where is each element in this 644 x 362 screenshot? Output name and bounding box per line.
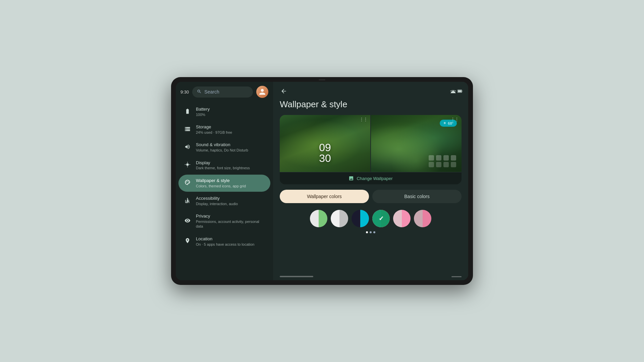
battery-title: Battery (196, 107, 210, 112)
wallpaper-1-menu[interactable]: ⋮⋮ (360, 117, 368, 122)
sidebar-item-privacy[interactable]: Privacy Permissions, account activity, p… (178, 210, 270, 232)
location-icon (184, 238, 191, 245)
sound-subtitle: Volume, haptics, Do Not Disturb (196, 148, 248, 153)
display-content: Display Dark theme, font size, brightnes… (196, 160, 250, 171)
sidebar-item-accessibility[interactable]: Accessibility Display, interaction, audi… (178, 192, 270, 209)
storage-icon (184, 126, 191, 133)
display-icon (184, 162, 191, 169)
page-title: Wallpaper & style (280, 99, 462, 110)
pagination-dot-3 (373, 231, 375, 233)
color-swatch-peach[interactable] (372, 210, 390, 227)
accessibility-content: Accessibility Display, interaction, audi… (196, 196, 238, 206)
accessibility-title: Accessibility (196, 196, 238, 201)
tablet-wallpaper-preview: ☀68° (370, 115, 462, 172)
svg-point-3 (189, 182, 189, 183)
wallpaper-background-1: 09 30 (280, 115, 370, 172)
sound-content: Sound & vibration Volume, haptics, Do No… (196, 142, 248, 153)
change-wallpaper-button[interactable]: Change Wallpaper (280, 172, 462, 184)
display-subtitle: Dark theme, font size, brightness (196, 166, 250, 170)
tablet-screen: 9:30 Search Batte (176, 82, 468, 280)
svg-rect-6 (458, 90, 461, 92)
storage-content: Storage 24% used · 97GB free (196, 124, 232, 135)
sidebar-item-wallpaper[interactable]: Wallpaper & style Colors, themed icons, … (178, 175, 270, 192)
storage-subtitle: 24% used · 97GB free (196, 130, 232, 135)
search-icon (197, 89, 202, 95)
wallpaper-title: Wallpaper & style (196, 178, 246, 184)
color-swatch-green[interactable] (310, 210, 327, 227)
privacy-subtitle: Permissions, account activity, personal … (196, 219, 265, 229)
color-swatch-rose[interactable] (414, 210, 431, 227)
status-time: 9:30 (180, 89, 189, 95)
app-icons-grid (429, 155, 457, 167)
accessibility-icon (184, 197, 191, 205)
privacy-icon (184, 218, 191, 225)
back-button[interactable] (278, 86, 289, 97)
color-swatch-pink[interactable] (393, 210, 411, 227)
user-avatar[interactable] (256, 86, 268, 98)
battery-content: Battery 100% (196, 107, 210, 117)
nav-pill[interactable] (280, 276, 313, 277)
wallpaper-subtitle: Colors, themed icons, app grid (196, 184, 246, 188)
phone-wallpaper-preview: 09 30 ⋮⋮ (280, 115, 370, 172)
wallpaper-icon (184, 179, 191, 187)
sidebar-items-list: Battery 100% Storage 24% used · 97GB fre… (176, 101, 273, 280)
wallpaper-preview-container: 09 30 ⋮⋮ (280, 115, 462, 184)
color-swatch-grey[interactable] (331, 210, 348, 227)
svg-point-2 (188, 181, 189, 182)
battery-status-icon (458, 89, 463, 94)
sidebar-item-battery[interactable]: Battery 100% (178, 103, 270, 120)
tab-wallpaper-colors[interactable]: Wallpaper colors (280, 190, 369, 203)
status-icons (450, 89, 463, 94)
change-wallpaper-label: Change Wallpaper (357, 176, 392, 181)
privacy-content: Privacy Permissions, account activity, p… (196, 214, 265, 229)
location-subtitle: On · 5 apps have access to location (196, 242, 254, 247)
privacy-title: Privacy (196, 214, 265, 219)
sidebar-header: 9:30 Search (176, 82, 273, 101)
bottom-nav-bar (273, 273, 468, 280)
sidebar-item-location[interactable]: Location On · 5 apps have access to loca… (178, 233, 270, 250)
main-content-area: Wallpaper & style 09 (273, 82, 468, 280)
main-header (273, 82, 468, 99)
search-placeholder: Search (204, 89, 219, 95)
svg-point-1 (186, 181, 187, 182)
accessibility-subtitle: Display, interaction, audio (196, 201, 238, 206)
color-swatch-teal[interactable] (352, 210, 369, 227)
color-swatches-row (280, 208, 462, 230)
wallpaper-time: 09 30 (319, 142, 331, 164)
wallpaper-background-2: ☀68° (371, 115, 462, 172)
storage-title: Storage (196, 124, 232, 130)
battery-icon (184, 108, 191, 116)
pagination-dot-1 (366, 231, 368, 233)
sidebar-item-sound[interactable]: Sound & vibration Volume, haptics, Do No… (178, 139, 270, 156)
tab-basic-colors[interactable]: Basic colors (372, 190, 462, 203)
wallpaper-previews: 09 30 ⋮⋮ (280, 115, 462, 172)
wallpaper-content: Wallpaper & style Colors, themed icons, … (196, 178, 246, 188)
search-bar[interactable]: Search (192, 86, 253, 98)
pagination-dot-2 (370, 231, 372, 233)
location-title: Location (196, 236, 254, 242)
sidebar-item-display[interactable]: Display Dark theme, font size, brightnes… (178, 157, 270, 174)
wifi-icon (450, 89, 456, 94)
nav-dash (451, 276, 462, 277)
color-tabs: Wallpaper colors Basic colors (280, 190, 462, 203)
wallpaper-2-menu[interactable]: ⋮⋮ (451, 117, 459, 122)
pagination-dots (280, 231, 462, 233)
location-content: Location On · 5 apps have access to loca… (196, 236, 254, 247)
svg-point-4 (187, 198, 188, 199)
sound-title: Sound & vibration (196, 142, 248, 148)
main-body: Wallpaper & style 09 (273, 99, 468, 273)
tablet-device: 9:30 Search Batte (171, 77, 473, 285)
settings-sidebar: 9:30 Search Batte (176, 82, 273, 280)
battery-subtitle: 100% (196, 112, 210, 117)
display-title: Display (196, 160, 250, 166)
sound-icon (184, 144, 191, 151)
svg-point-0 (186, 182, 186, 183)
sidebar-item-storage[interactable]: Storage 24% used · 97GB free (178, 121, 270, 138)
